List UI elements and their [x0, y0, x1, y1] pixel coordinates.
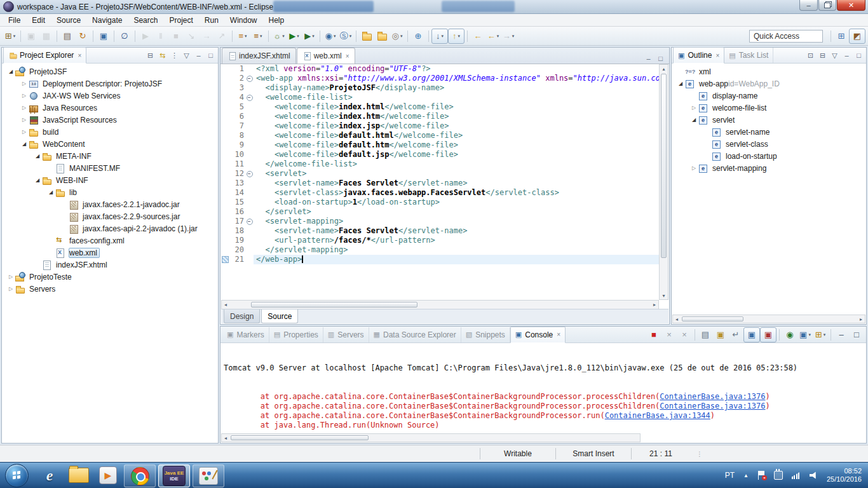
maximize-editor-icon[interactable]: □: [654, 53, 667, 64]
chrome-button[interactable]: [124, 464, 156, 487]
network-icon[interactable]: [792, 471, 801, 479]
search-button[interactable]: ◎▾: [390, 29, 405, 43]
horizontal-scroll-thumb[interactable]: [682, 316, 743, 322]
word-wrap-button[interactable]: ↵: [728, 328, 743, 342]
display-selected-console-button[interactable]: ▣▾: [797, 328, 813, 342]
menu-source[interactable]: Source: [51, 15, 86, 26]
view-tab-servers[interactable]: ▥Servers: [323, 327, 369, 342]
view-tab-console[interactable]: ▣Console×: [510, 327, 566, 343]
minimize-editor-icon[interactable]: –: [642, 53, 654, 64]
tab-design[interactable]: Design: [224, 309, 260, 323]
menu-project[interactable]: Project: [163, 15, 198, 26]
stack-trace-link[interactable]: ContainerBase.java:1344: [605, 411, 710, 420]
menu-run[interactable]: Run: [199, 15, 224, 26]
view-tab-data-source-explorer[interactable]: ▦Data Source Explorer: [369, 327, 461, 342]
view-menu-icon[interactable]: ⋮: [168, 50, 180, 61]
remove-all-terminated-button[interactable]: ×: [677, 328, 692, 342]
media-player-button[interactable]: ▶: [93, 463, 123, 488]
code-line[interactable]: 6 <welcome-file>index.htm</welcome-file>: [221, 112, 668, 121]
show-stderr-button[interactable]: ▣: [760, 327, 776, 342]
tab-task-list[interactable]: ▤Task List: [724, 48, 773, 63]
expand-arrow-icon[interactable]: ▷: [689, 165, 698, 171]
project-item-build[interactable]: ▷build: [3, 126, 217, 138]
volume-icon[interactable]: [810, 471, 818, 479]
remove-hardware-icon[interactable]: [774, 471, 783, 480]
new-dynamic-web-project-button[interactable]: ◉▾: [323, 29, 338, 43]
language-indicator[interactable]: PT: [725, 471, 735, 480]
collapse-arrow-icon[interactable]: ◢: [33, 153, 42, 159]
dropdown-caret-icon[interactable]: ▾: [282, 34, 285, 39]
code-line[interactable]: 19 <url-pattern>/faces/*</url-pattern>: [221, 236, 668, 245]
view-tab-snippets[interactable]: ▧Snippets: [461, 327, 510, 342]
refresh-button[interactable]: ↻: [75, 29, 90, 43]
java-ee-perspective-button[interactable]: ◩: [849, 29, 865, 44]
dropdown-caret-icon[interactable]: ▾: [512, 34, 515, 39]
project-item-webcontent[interactable]: ◢WebContent: [3, 138, 217, 150]
expand-arrow-icon[interactable]: ▷: [6, 286, 15, 292]
last-edit-location-button[interactable]: ←: [470, 29, 485, 43]
code-line[interactable]: 13 <servlet-name>Faces Servlet</servlet-…: [221, 179, 668, 188]
next-annotation-button[interactable]: ≡▾: [235, 29, 250, 43]
fold-collapse-icon[interactable]: [247, 95, 253, 101]
dropdown-caret-icon[interactable]: ▾: [334, 34, 336, 39]
code-line[interactable]: 15 <load-on-startup>1</load-on-startup>: [221, 198, 668, 207]
editor-tab-web-xml[interactable]: web.xml×: [297, 48, 355, 64]
code-line[interactable]: 12 <servlet>: [221, 169, 668, 179]
fold-collapse-icon[interactable]: [247, 171, 253, 177]
code-line[interactable]: 20 </servlet-mapping>: [221, 245, 668, 255]
outline-item-servlet[interactable]: ◢servlet: [672, 114, 865, 126]
scroll-up-icon[interactable]: ▴: [660, 65, 668, 72]
collapse-all-icon[interactable]: ⊟: [144, 50, 156, 61]
code-line[interactable]: 5 <welcome-file>index.html</welcome-file…: [221, 102, 668, 112]
close-icon[interactable]: ×: [346, 53, 349, 60]
dropdown-caret-icon[interactable]: ▾: [260, 34, 262, 39]
back-button[interactable]: ←▾: [485, 29, 501, 43]
scroll-right-icon[interactable]: ▸: [857, 315, 865, 323]
stack-trace-link[interactable]: ContainerBase.java:1376: [660, 392, 765, 401]
project-item-javascript-resources[interactable]: ▷JavaScript Resources: [3, 114, 217, 126]
project-item-java-resources[interactable]: ▷Java Resources: [3, 102, 217, 114]
outline-item-welcome-file-list[interactable]: ▷welcome-file-list: [672, 102, 865, 114]
project-item-web-inf[interactable]: ◢WEB-INF: [3, 174, 217, 186]
dropdown-caret-icon[interactable]: ▾: [245, 34, 247, 39]
outline-item-servlet-mapping[interactable]: ▷servlet-mapping: [672, 162, 865, 174]
minimize-icon[interactable]: –: [841, 50, 853, 61]
collapse-arrow-icon[interactable]: ◢: [33, 177, 42, 183]
scroll-left-icon[interactable]: ◂: [222, 301, 229, 309]
project-item-faces-config-xml[interactable]: faces-config.xml: [3, 234, 217, 247]
tab-project-explorer[interactable]: Project Explorer ×: [3, 47, 86, 64]
scroll-left-icon[interactable]: ◂: [673, 315, 681, 323]
code-line[interactable]: 18 <servlet-name>Faces Servlet</servlet-…: [221, 226, 668, 236]
window-close-button[interactable]: ✕: [837, 0, 865, 11]
project-item-jax-ws-web-services[interactable]: ▷JAX-WS Web Services: [3, 90, 217, 102]
code-editor[interactable]: 1<?xml version="1.0" encoding="UTF-8"?>2…: [221, 64, 668, 300]
export-button[interactable]: [374, 29, 390, 43]
open-console-button[interactable]: ⊞▾: [813, 328, 828, 342]
close-icon[interactable]: ×: [557, 331, 560, 338]
dropdown-caret-icon[interactable]: ▾: [824, 332, 826, 337]
menu-arrow-icon[interactable]: ▽: [829, 50, 841, 61]
start-button[interactable]: [5, 464, 29, 487]
editor-tab-indexjsf-xhtml[interactable]: indexJSF.xhtml: [222, 48, 296, 64]
outline-item-servlet-class[interactable]: servlet-class: [672, 138, 865, 150]
project-item-meta-inf[interactable]: ◢META-INF: [3, 150, 217, 162]
collapse-arrow-icon[interactable]: ◢: [46, 189, 55, 195]
code-line[interactable]: 7 <welcome-file>index.jsp</welcome-file>: [221, 121, 668, 131]
close-icon[interactable]: ×: [715, 52, 719, 59]
outline-item-servlet-name[interactable]: servlet-name: [672, 126, 865, 138]
open-web-browser-button[interactable]: ⊕: [410, 29, 426, 43]
code-line[interactable]: 4 <welcome-file-list>: [221, 93, 668, 102]
stack-trace-link[interactable]: ContainerBase.java:1376: [660, 402, 765, 410]
menu-arrow-icon[interactable]: ▽: [180, 50, 193, 61]
fold-collapse-icon[interactable]: [247, 219, 253, 225]
expand-arrow-icon[interactable]: ▷: [20, 105, 29, 111]
coverage-button[interactable]: ☼▾: [271, 29, 287, 43]
project-item-projetoteste[interactable]: ▷ProjetoTeste: [3, 271, 217, 283]
dropdown-caret-icon[interactable]: ▾: [441, 34, 444, 39]
collapse-arrow-icon[interactable]: ◢: [20, 141, 29, 147]
show-hidden-icons-button[interactable]: ▲: [743, 473, 749, 478]
new-servlet-button[interactable]: Ⓢ▾: [338, 29, 353, 43]
console-output[interactable]: Tomcat v9.0 Server at localhost [Apache …: [221, 343, 865, 433]
terminate-button[interactable]: ■: [646, 328, 661, 342]
horizontal-scroll-thumb[interactable]: [251, 302, 417, 308]
